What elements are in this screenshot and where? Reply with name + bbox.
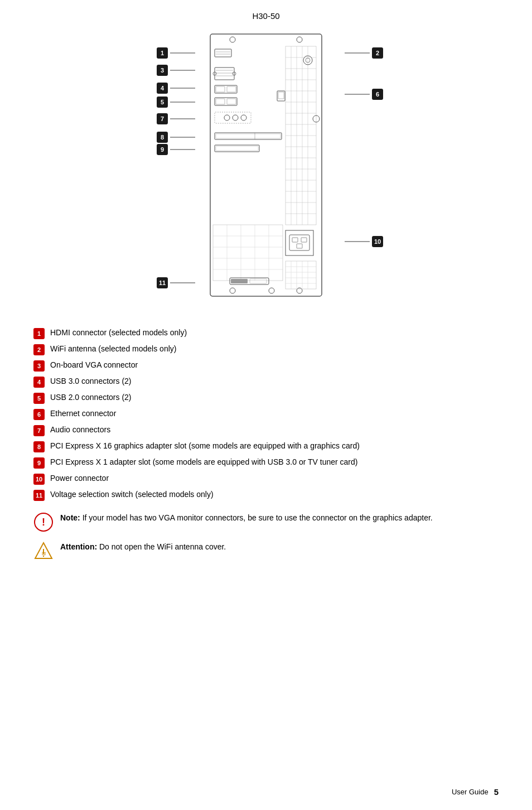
note-box: ! Note: If your model has two VGA monito… [33, 512, 499, 532]
legend-badge-1: 1 [33, 328, 45, 339]
diagram-container: 1 4 5 7 3 8 9 11 [33, 30, 499, 314]
svg-rect-51 [216, 134, 280, 138]
legend-item-2: 2WiFi antenna (selected models only) [33, 344, 499, 355]
svg-rect-70 [231, 279, 248, 283]
legend-badge-11: 11 [33, 490, 45, 501]
page-title: H30-50 [33, 11, 499, 21]
attention-icon: ≋ [33, 541, 54, 561]
legend-badge-10: 10 [33, 474, 45, 485]
diagram-badge-4: 4 [157, 83, 198, 94]
legend-badge-2: 2 [33, 344, 45, 355]
legend-badge-8: 8 [33, 441, 45, 452]
legend-text-4: USB 3.0 connectors (2) [50, 376, 132, 387]
diagram-badge-3: 3 [157, 65, 198, 76]
svg-point-45 [224, 115, 230, 120]
svg-point-5 [297, 288, 302, 293]
legend-item-10: 10Power connector [33, 473, 499, 485]
legend-text-2: WiFi antenna (selected models only) [50, 344, 176, 355]
legend-badge-4: 4 [33, 377, 45, 388]
legend-badge-5: 5 [33, 393, 45, 404]
svg-rect-38 [216, 86, 225, 92]
svg-text:≋: ≋ [41, 550, 46, 557]
diagram-badge-5: 5 [157, 97, 198, 108]
legend-item-8: 8PCI Express X 16 graphics adapter slot … [33, 441, 499, 452]
svg-rect-42 [227, 99, 236, 104]
svg-rect-55 [213, 225, 283, 281]
svg-rect-26 [215, 49, 231, 57]
svg-point-4 [269, 288, 274, 293]
note-text: Note: If your model has two VGA monitor … [60, 512, 433, 524]
legend-text-7: Audio connectors [50, 425, 110, 436]
svg-rect-39 [227, 86, 236, 92]
legend-item-5: 5USB 2.0 connectors (2) [33, 392, 499, 404]
diagram-badge-1: 1 [157, 47, 198, 59]
svg-rect-72 [286, 261, 316, 289]
svg-point-47 [241, 115, 246, 120]
svg-rect-71 [250, 279, 267, 283]
diagram-badge-8: 8 [157, 132, 198, 143]
legend-section: 1HDMI connector (selected models only)2W… [33, 327, 499, 501]
diagram-badge-6: 6 [342, 89, 383, 100]
legend-item-4: 4USB 3.0 connectors (2) [33, 376, 499, 388]
legend-badge-6: 6 [33, 409, 45, 420]
diagram-badge-10: 10 [342, 236, 383, 247]
svg-rect-44 [278, 92, 284, 99]
legend-text-10: Power connector [50, 473, 109, 484]
legend-text-6: Ethernet connector [50, 408, 116, 420]
legend-text-9: PCI Express X 1 adapter slot (some model… [50, 457, 357, 468]
diagram-badge-11: 11 [157, 277, 198, 288]
legend-text-1: HDMI connector (selected models only) [50, 327, 187, 339]
svg-rect-68 [297, 244, 302, 248]
footer-guide-label: User Guide [452, 788, 489, 796]
svg-rect-31 [215, 68, 234, 80]
legend-badge-9: 9 [33, 457, 45, 469]
svg-rect-66 [292, 238, 298, 242]
svg-rect-67 [301, 238, 307, 242]
legend-text-11: Voltage selection switch (selected model… [50, 489, 214, 500]
svg-rect-54 [216, 146, 258, 151]
svg-point-3 [230, 288, 235, 293]
legend-item-3: 3On-board VGA connector [33, 360, 499, 372]
legend-badge-7: 7 [33, 425, 45, 436]
legend-item-7: 7Audio connectors [33, 425, 499, 436]
legend-text-3: On-board VGA connector [50, 360, 138, 371]
svg-rect-41 [216, 99, 225, 104]
diagram-badge-7: 7 [157, 113, 198, 124]
legend-item-11: 11Voltage selection switch (selected mod… [33, 489, 499, 501]
svg-point-1 [230, 37, 235, 42]
footer: User Guide 5 [452, 787, 499, 797]
attention-box: ≋ Attention: Do not open the WiFi antenn… [33, 541, 499, 561]
note-icon: ! [33, 512, 54, 532]
svg-point-2 [297, 37, 302, 42]
svg-point-46 [233, 115, 238, 120]
legend-item-6: 6Ethernet connector [33, 408, 499, 420]
legend-item-1: 1HDMI connector (selected models only) [33, 327, 499, 339]
svg-text:!: ! [42, 517, 45, 528]
diagram-badge-9: 9 [157, 144, 198, 155]
legend-text-8: PCI Express X 16 graphics adapter slot (… [50, 441, 360, 452]
legend-badge-3: 3 [33, 360, 45, 372]
computer-diagram [199, 30, 333, 303]
footer-page-number: 5 [494, 787, 499, 797]
attention-text: Attention: Do not open the WiFi antenna … [60, 541, 226, 553]
legend-item-9: 9PCI Express X 1 adapter slot (some mode… [33, 457, 499, 469]
diagram-badge-2: 2 [342, 47, 383, 59]
legend-text-5: USB 2.0 connectors (2) [50, 392, 132, 403]
